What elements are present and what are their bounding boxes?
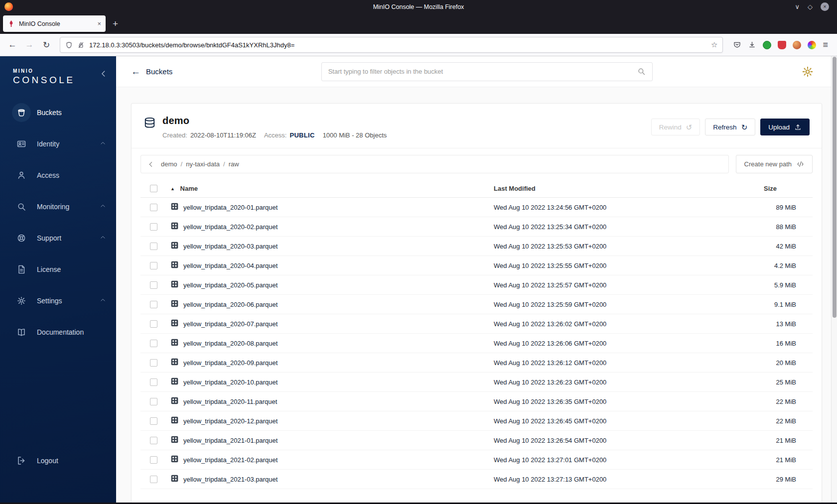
object-row[interactable]: yellow_tripdata_2021-02.parquetWed Aug 1… (140, 450, 813, 470)
object-last-modified: Wed Aug 10 2022 13:25:57 GMT+0200 (490, 275, 760, 295)
path-back-chevron[interactable] (147, 160, 155, 168)
sidebar-item-monitoring[interactable]: Monitoring (0, 191, 116, 222)
settings-gear-icon[interactable] (801, 65, 814, 78)
refresh-button[interactable]: Refresh ↻ (705, 119, 755, 135)
sidebar-item-license[interactable]: License (0, 253, 116, 285)
row-checkbox[interactable] (150, 281, 157, 289)
extension-avatar-icon[interactable] (793, 41, 801, 49)
window-maximize-button[interactable]: ◇ (808, 3, 813, 10)
object-row[interactable]: yellow_tripdata_2020-08.parquetWed Aug 1… (140, 334, 813, 353)
sidebar-item-documentation[interactable]: Documentation (0, 316, 116, 348)
pocket-icon[interactable] (733, 41, 741, 49)
page-background: demo Created: 2022-08-10T11:19:06Z Acces… (116, 87, 837, 504)
object-row[interactable]: yellow_tripdata_2020-05.parquetWed Aug 1… (140, 275, 813, 295)
object-row[interactable]: yellow_tripdata_2020-07.parquetWed Aug 1… (140, 314, 813, 334)
url-bar[interactable]: 172.18.0.3:30503/buckets/demo/browse/bnk… (60, 37, 723, 53)
row-checkbox[interactable] (150, 359, 157, 367)
browser-tab-minio-console[interactable]: MinIO Console × (3, 15, 106, 32)
breadcrumb-segment[interactable]: demo (161, 160, 177, 168)
connection-not-secure-icon[interactable] (77, 41, 85, 49)
window-close-button[interactable]: × (821, 2, 829, 11)
row-checkbox[interactable] (150, 378, 157, 386)
select-all-checkbox[interactable] (150, 185, 157, 192)
object-row[interactable]: yellow_tripdata_2020-10.parquetWed Aug 1… (140, 373, 813, 392)
object-name[interactable]: yellow_tripdata_2020-02.parquet (183, 223, 278, 231)
row-checkbox[interactable] (150, 223, 157, 231)
create-new-path-button[interactable]: Create new path (736, 155, 813, 173)
bucket-title: demo (162, 115, 387, 126)
row-checkbox[interactable] (150, 456, 157, 464)
object-row[interactable]: yellow_tripdata_2021-03.parquetWed Aug 1… (140, 470, 813, 489)
extension-pinwheel-icon[interactable] (808, 41, 816, 49)
object-row[interactable]: yellow_tripdata_2020-09.parquetWed Aug 1… (140, 353, 813, 373)
sidebar-item-support[interactable]: Support (0, 222, 116, 253)
column-header-name[interactable]: ▲ Name (166, 180, 490, 198)
parquet-file-icon (170, 260, 179, 270)
sidebar-item-access[interactable]: Access (0, 159, 116, 191)
row-checkbox[interactable] (150, 243, 157, 250)
object-row[interactable]: yellow_tripdata_2021-01.parquetWed Aug 1… (140, 431, 813, 450)
object-name[interactable]: yellow_tripdata_2021-03.parquet (183, 476, 278, 483)
row-checkbox[interactable] (150, 204, 157, 211)
object-name[interactable]: yellow_tripdata_2020-06.parquet (183, 301, 278, 308)
bookmark-star-icon[interactable]: ☆ (711, 40, 717, 49)
back-to-buckets-link[interactable]: ← Buckets (131, 67, 172, 76)
object-row[interactable]: yellow_tripdata_2020-12.parquetWed Aug 1… (140, 411, 813, 431)
row-checkbox[interactable] (150, 320, 157, 328)
row-checkbox[interactable] (150, 301, 157, 308)
object-name[interactable]: yellow_tripdata_2020-03.parquet (183, 243, 278, 250)
object-name[interactable]: yellow_tripdata_2020-10.parquet (183, 378, 278, 386)
extension-green-icon[interactable] (763, 41, 771, 49)
object-name[interactable]: yellow_tripdata_2020-08.parquet (183, 340, 278, 347)
object-name[interactable]: yellow_tripdata_2020-09.parquet (183, 359, 278, 367)
tracking-protection-shield-icon[interactable] (65, 41, 73, 49)
object-name[interactable]: yellow_tripdata_2020-04.parquet (183, 262, 278, 269)
sidebar-collapse-button[interactable] (99, 69, 108, 78)
object-row[interactable]: yellow_tripdata_2020-11.parquetWed Aug 1… (140, 392, 813, 411)
search-input[interactable] (328, 68, 632, 75)
breadcrumb-segment[interactable]: raw (229, 160, 239, 168)
access-value[interactable]: PUBLIC (289, 131, 314, 139)
object-name[interactable]: yellow_tripdata_2021-01.parquet (183, 437, 278, 444)
browser-reload-button[interactable]: ↻ (39, 37, 54, 52)
object-name[interactable]: yellow_tripdata_2020-01.parquet (183, 204, 278, 211)
sidebar-item-buckets[interactable]: Buckets (0, 97, 116, 128)
breadcrumb-segment[interactable]: ny-taxi-data (186, 160, 220, 168)
tab-close-icon[interactable]: × (97, 20, 101, 27)
new-tab-button[interactable]: + (113, 19, 118, 28)
object-row[interactable]: yellow_tripdata_2020-02.parquetWed Aug 1… (140, 217, 813, 237)
row-checkbox[interactable] (150, 398, 157, 405)
window-minimize-button[interactable]: ∨ (795, 3, 800, 10)
rewind-button[interactable]: Rewind ↺ (651, 119, 700, 135)
sidebar-item-identity[interactable]: Identity (0, 128, 116, 159)
page-scrollbar[interactable] (831, 56, 837, 503)
filter-objects-search[interactable] (321, 62, 653, 81)
scrollbar-thumb[interactable] (833, 57, 837, 318)
browser-forward-button[interactable]: → (22, 37, 37, 52)
object-row[interactable]: yellow_tripdata_2020-01.parquetWed Aug 1… (140, 198, 813, 217)
object-row[interactable]: yellow_tripdata_2020-03.parquetWed Aug 1… (140, 237, 813, 256)
column-header-size[interactable]: Size (760, 180, 813, 198)
browser-back-button[interactable]: ← (5, 37, 20, 52)
column-header-last-modified[interactable]: Last Modified (490, 180, 760, 198)
object-name[interactable]: yellow_tripdata_2021-02.parquet (183, 456, 278, 464)
object-name[interactable]: yellow_tripdata_2020-05.parquet (183, 281, 278, 289)
upload-button[interactable]: Upload (760, 119, 810, 135)
object-name[interactable]: yellow_tripdata_2020-11.parquet (183, 398, 277, 405)
row-checkbox[interactable] (150, 262, 157, 269)
object-row[interactable]: yellow_tripdata_2020-06.parquetWed Aug 1… (140, 295, 813, 314)
object-name[interactable]: yellow_tripdata_2020-07.parquet (183, 320, 278, 328)
object-row[interactable]: yellow_tripdata_2020-04.parquetWed Aug 1… (140, 256, 813, 275)
row-checkbox[interactable] (150, 437, 157, 444)
sidebar-item-logout[interactable]: Logout (0, 445, 116, 476)
row-checkbox[interactable] (150, 476, 157, 483)
row-checkbox[interactable] (150, 340, 157, 347)
extension-red-shield-icon[interactable] (778, 41, 786, 49)
hamburger-menu-icon[interactable]: ≡ (823, 40, 828, 50)
object-name[interactable]: yellow_tripdata_2020-12.parquet (183, 417, 278, 425)
downloads-icon[interactable] (748, 41, 756, 49)
row-checkbox[interactable] (150, 417, 157, 425)
sidebar-item-settings[interactable]: Settings (0, 285, 116, 316)
url-text[interactable]: 172.18.0.3:30503/buckets/demo/browse/bnk… (89, 41, 706, 49)
search-icon (637, 67, 646, 76)
